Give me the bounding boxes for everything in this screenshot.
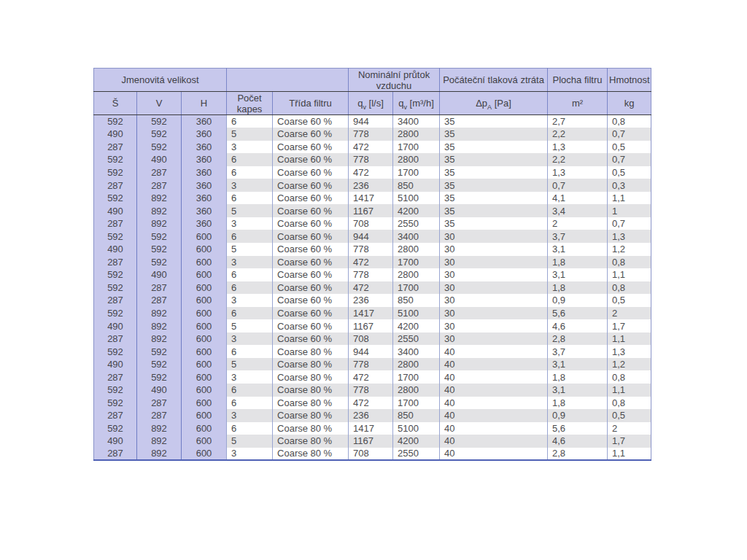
cell-q-m3h: 2550 xyxy=(393,448,440,461)
cell-sirka: 490 xyxy=(94,204,137,217)
cell-dp-pa: 35 xyxy=(440,166,548,179)
cell-hloubka: 360 xyxy=(182,128,227,141)
cell-plocha-m2: 2,8 xyxy=(548,332,608,346)
cell-q-m3h: 850 xyxy=(393,409,440,422)
cell-pocet-kapes: 6 xyxy=(227,384,273,397)
cell-q-m3h: 2800 xyxy=(393,128,440,141)
cell-sirka: 592 xyxy=(94,397,137,410)
cell-vyska: 490 xyxy=(137,268,182,281)
cell-sirka: 592 xyxy=(94,384,137,397)
cell-sirka: 287 xyxy=(94,448,137,461)
cell-pocet-kapes: 6 xyxy=(227,115,273,128)
cell-sirka: 490 xyxy=(94,128,137,141)
cell-hmotnost-kg: 0,7 xyxy=(608,217,651,230)
header-group-row: Jmenovitá velikost Nominální průtok vzdu… xyxy=(94,69,651,92)
cell-trida-filtru: Coarse 80 % xyxy=(273,370,349,384)
cell-q-ls: 1417 xyxy=(349,307,393,320)
filter-spec-table: Jmenovitá velikost Nominální průtok vzdu… xyxy=(93,68,651,461)
table-row: 2878923603Coarse 60 %70825503520,7 xyxy=(94,217,651,230)
cell-q-ls: 944 xyxy=(349,345,393,358)
cell-hloubka: 600 xyxy=(182,422,227,435)
cell-sirka: 287 xyxy=(94,332,137,346)
cell-dp-pa: 30 xyxy=(440,256,548,269)
cell-q-ls: 236 xyxy=(349,409,393,422)
cell-vyska: 892 xyxy=(137,204,182,217)
table-row: 2878926003Coarse 60 %7082550302,81,1 xyxy=(94,332,651,346)
cell-plocha-m2: 1,3 xyxy=(548,166,608,179)
cell-plocha-m2: 3,1 xyxy=(548,358,608,371)
cell-vyska: 892 xyxy=(137,192,182,205)
cell-trida-filtru: Coarse 80 % xyxy=(273,448,349,461)
cell-sirka: 287 xyxy=(94,256,137,269)
cell-hmotnost-kg: 0,8 xyxy=(608,370,651,384)
cell-plocha-m2: 4,6 xyxy=(548,435,608,448)
subheader-plocha-m2: m² xyxy=(548,92,608,115)
cell-plocha-m2: 1,8 xyxy=(548,281,608,295)
cell-trida-filtru: Coarse 60 % xyxy=(273,128,349,141)
cell-hloubka: 360 xyxy=(182,179,227,192)
cell-plocha-m2: 3,1 xyxy=(548,384,608,397)
table-row: 5925923606Coarse 60 %9443400352,70,8 xyxy=(94,115,651,128)
cell-sirka: 287 xyxy=(94,141,137,154)
cell-trida-filtru: Coarse 60 % xyxy=(273,230,349,243)
cell-hloubka: 360 xyxy=(182,217,227,230)
cell-vyska: 287 xyxy=(137,294,182,307)
cell-dp-pa: 30 xyxy=(440,230,548,243)
table-row: 2878926003Coarse 80 %7082550402,81,1 xyxy=(94,448,651,461)
cell-sirka: 592 xyxy=(94,345,137,358)
cell-plocha-m2: 0,9 xyxy=(548,294,608,307)
cell-sirka: 592 xyxy=(94,115,137,128)
cell-pocet-kapes: 5 xyxy=(227,435,273,448)
cell-sirka: 592 xyxy=(94,281,137,295)
cell-vyska: 892 xyxy=(137,332,182,346)
cell-hloubka: 600 xyxy=(182,397,227,410)
cell-vyska: 592 xyxy=(137,141,182,154)
header-group-weight: Hmotnost xyxy=(608,69,651,92)
cell-hloubka: 600 xyxy=(182,243,227,256)
cell-hmotnost-kg: 0,8 xyxy=(608,256,651,269)
cell-vyska: 287 xyxy=(137,397,182,410)
cell-q-m3h: 5100 xyxy=(393,307,440,320)
cell-hmotnost-kg: 0,8 xyxy=(608,281,651,295)
cell-pocet-kapes: 3 xyxy=(227,409,273,422)
cell-vyska: 892 xyxy=(137,435,182,448)
header-group-nominal-size: Jmenovitá velikost xyxy=(94,69,227,92)
cell-hmotnost-kg: 0,5 xyxy=(608,141,651,154)
cell-hmotnost-kg: 1 xyxy=(608,204,651,217)
cell-sirka: 592 xyxy=(94,230,137,243)
dp-unit: [Pa] xyxy=(492,98,511,109)
cell-trida-filtru: Coarse 80 % xyxy=(273,345,349,358)
cell-vyska: 490 xyxy=(137,384,182,397)
table-row: 4908923605Coarse 60 %11674200353,41 xyxy=(94,204,651,217)
cell-q-ls: 708 xyxy=(349,448,393,461)
cell-dp-pa: 35 xyxy=(440,204,548,217)
cell-hloubka: 600 xyxy=(182,230,227,243)
cell-hloubka: 600 xyxy=(182,256,227,269)
cell-plocha-m2: 2,2 xyxy=(548,153,608,166)
header-group-filter-area: Plocha filtru xyxy=(548,69,608,92)
cell-plocha-m2: 4,1 xyxy=(548,192,608,205)
cell-q-ls: 472 xyxy=(349,166,393,179)
cell-q-m3h: 1700 xyxy=(393,166,440,179)
cell-hmotnost-kg: 1,1 xyxy=(608,384,651,397)
cell-pocet-kapes: 6 xyxy=(227,153,273,166)
cell-pocet-kapes: 6 xyxy=(227,307,273,320)
cell-trida-filtru: Coarse 60 % xyxy=(273,307,349,320)
cell-q-ls: 236 xyxy=(349,179,393,192)
cell-pocet-kapes: 6 xyxy=(227,397,273,410)
cell-plocha-m2: 1,8 xyxy=(548,256,608,269)
cell-plocha-m2: 0,7 xyxy=(548,179,608,192)
cell-pocet-kapes: 3 xyxy=(227,217,273,230)
cell-hloubka: 600 xyxy=(182,345,227,358)
cell-q-m3h: 2800 xyxy=(393,153,440,166)
table-row: 5928926006Coarse 60 %14175100305,62 xyxy=(94,307,651,320)
cell-sirka: 287 xyxy=(94,179,137,192)
cell-trida-filtru: Coarse 60 % xyxy=(273,166,349,179)
cell-hmotnost-kg: 1,1 xyxy=(608,268,651,281)
cell-q-ls: 778 xyxy=(349,128,393,141)
table-row: 2875923603Coarse 60 %4721700351,30,5 xyxy=(94,141,651,154)
cell-pocet-kapes: 6 xyxy=(227,422,273,435)
cell-q-m3h: 4200 xyxy=(393,319,440,332)
subheader-row: Š V H Počet kapes Třída filtru qv [l/s] … xyxy=(94,92,651,115)
cell-plocha-m2: 3,1 xyxy=(548,268,608,281)
